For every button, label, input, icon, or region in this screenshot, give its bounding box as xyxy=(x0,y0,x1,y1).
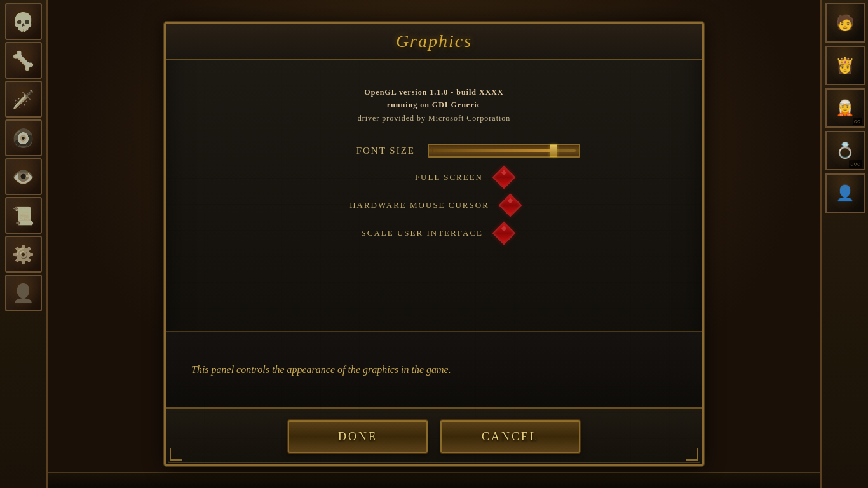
scale-ui-row: Scale User Interface xyxy=(191,225,677,241)
portrait-icon-3: 🗡️ xyxy=(12,89,34,110)
char-icon-4: 💍 xyxy=(836,142,855,159)
dialog-content: OpenGL version 1.1.0 - build XXXX runnin… xyxy=(166,60,702,331)
left-sidebar: 💀 🦴 🗡️ 🧿 👁️ 📜 ⚙️ 👤 xyxy=(0,0,48,488)
char-icon-2: 👸 xyxy=(836,57,855,74)
sidebar-portrait-2[interactable]: 🦴 xyxy=(5,42,42,79)
hardware-mouse-toggle[interactable] xyxy=(498,194,522,217)
corner-ornament-bl xyxy=(170,448,182,461)
sidebar-portrait-8[interactable]: 👤 xyxy=(5,274,42,311)
char-icon-5: 👤 xyxy=(836,184,855,202)
opengl-info: OpenGL version 1.1.0 - build XXXX runnin… xyxy=(358,86,511,125)
slider-thumb[interactable] xyxy=(550,144,557,157)
font-size-slider[interactable] xyxy=(428,144,580,158)
dialog-title: Graphics xyxy=(396,31,472,51)
right-panel-char-5[interactable]: 👤 xyxy=(825,173,865,213)
button-area: Done Cancel xyxy=(166,407,702,464)
portrait-icon-2: 🦴 xyxy=(12,50,34,71)
right-panel-char-1[interactable]: 🧑 xyxy=(825,3,865,43)
cancel-button[interactable]: Cancel xyxy=(440,420,580,453)
scale-ui-toggle[interactable] xyxy=(492,222,516,245)
full-screen-label: Full Screen xyxy=(356,172,483,182)
portrait-icon-5: 👁️ xyxy=(12,166,34,187)
right-panel-char-2[interactable]: 👸 xyxy=(825,46,865,85)
portrait-icon-4: 🧿 xyxy=(12,128,34,149)
sidebar-portrait-6[interactable]: 📜 xyxy=(5,197,42,234)
sidebar-portrait-4[interactable]: 🧿 xyxy=(5,119,42,156)
dialog-title-bar: Graphics xyxy=(166,24,702,60)
full-screen-row: Full Screen xyxy=(191,169,677,186)
opengl-line-2: running on GDI Generic xyxy=(358,98,511,111)
item-badge-rings: ○○ xyxy=(853,118,862,125)
char-icon-1: 🧑 xyxy=(836,14,855,32)
sidebar-portrait-1[interactable]: 💀 xyxy=(5,3,42,40)
sidebar-portrait-5[interactable]: 👁️ xyxy=(5,158,42,195)
corner-ornament-br xyxy=(686,448,698,461)
dialog-overlay: Graphics OpenGL version 1.1.0 - build XX… xyxy=(48,0,820,488)
full-screen-toggle[interactable] xyxy=(492,166,516,189)
portrait-icon-8: 👤 xyxy=(12,283,34,304)
hardware-mouse-label: Hardware Mouse Cursor xyxy=(349,200,489,210)
done-button[interactable]: Done xyxy=(288,420,428,453)
right-sidebar: 🧑 👸 🧝 ○○ 💍 ○○○ 👤 xyxy=(820,0,868,488)
sidebar-portrait-3[interactable]: 🗡️ xyxy=(5,81,42,118)
opengl-line-3: driver provided by Microsoft Corporation xyxy=(358,112,511,125)
item-badge-3: ○○○ xyxy=(849,160,862,168)
right-panel-char-4[interactable]: 💍 ○○○ xyxy=(825,131,865,170)
portrait-icon-6: 📜 xyxy=(12,205,34,226)
portrait-icon-1: 💀 xyxy=(12,11,34,32)
scale-ui-label: Scale User Interface xyxy=(356,228,483,238)
portrait-icon-7: ⚙️ xyxy=(12,244,34,265)
description-area: This panel controls the appearance of th… xyxy=(166,331,702,407)
description-text: This panel controls the appearance of th… xyxy=(191,362,451,378)
hardware-mouse-row: Hardware Mouse Cursor xyxy=(191,197,677,214)
slider-fill xyxy=(432,149,554,152)
right-panel-char-3[interactable]: 🧝 ○○ xyxy=(825,88,865,128)
font-size-label: Font Size xyxy=(288,146,415,156)
opengl-line-1: OpenGL version 1.1.0 - build XXXX xyxy=(358,86,511,98)
char-icon-3: 🧝 xyxy=(836,99,855,117)
settings-area: OpenGL version 1.1.0 - build XXXX runnin… xyxy=(191,73,677,318)
sidebar-portrait-7[interactable]: ⚙️ xyxy=(5,236,42,273)
font-size-row: Font Size xyxy=(191,144,677,158)
graphics-dialog: Graphics OpenGL version 1.1.0 - build XX… xyxy=(164,22,704,466)
